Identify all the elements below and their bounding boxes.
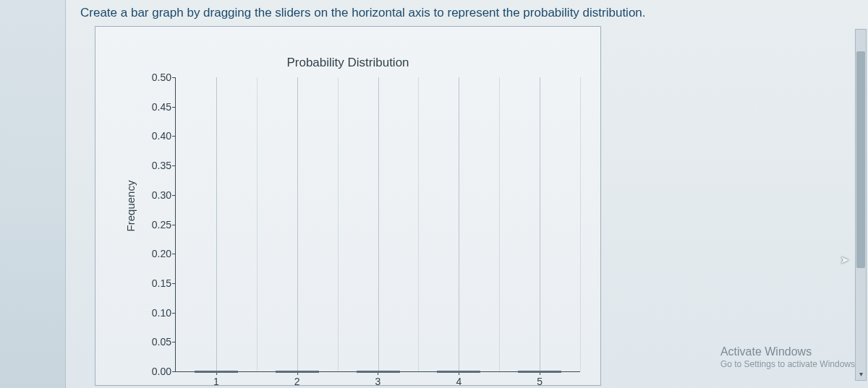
- y-tick: 0.10: [142, 307, 171, 319]
- plot-area: 0.50 0.45 0.40 0.35 0.30 0.25 0.20 0.15 …: [175, 77, 580, 372]
- gridline: [257, 77, 258, 371]
- gridline: [540, 77, 540, 371]
- content-panel: Create a bar graph by dragging the slide…: [65, 0, 868, 388]
- watermark-title: Activate Windows: [720, 345, 855, 358]
- gridline: [418, 77, 419, 371]
- gridline: [338, 77, 339, 371]
- windows-activation-watermark: Activate Windows Go to Settings to activ…: [720, 345, 855, 369]
- y-tick: 0.40: [142, 130, 171, 142]
- y-tick: 0.25: [142, 219, 171, 230]
- y-tick: 0.00: [142, 366, 171, 377]
- cursor-icon: ➤: [840, 253, 849, 267]
- bar-slider-1[interactable]: [195, 371, 238, 373]
- bar-slider-2[interactable]: [276, 371, 319, 373]
- y-axis-label: Frequency: [124, 181, 137, 232]
- y-tick: 0.50: [142, 72, 171, 83]
- gridline: [216, 77, 217, 371]
- gridline: [297, 77, 298, 371]
- y-tick: 0.20: [142, 248, 171, 259]
- x-tick: 4: [456, 376, 461, 387]
- chart-frame: Probability Distribution Frequency 0.50 …: [95, 26, 601, 386]
- bar-slider-5[interactable]: [518, 371, 561, 373]
- x-tick: 2: [294, 376, 300, 387]
- chart-title: Probability Distribution: [95, 56, 600, 70]
- y-tick: 0.15: [142, 277, 171, 289]
- instruction-text: Create a bar graph by dragging the slide…: [80, 6, 854, 20]
- y-tick: 0.45: [142, 101, 171, 113]
- x-tick: 3: [375, 376, 381, 387]
- scroll-thumb[interactable]: [856, 51, 865, 268]
- x-tick: 5: [537, 376, 542, 387]
- scroll-down-icon[interactable]: ▾: [856, 368, 866, 380]
- vertical-scrollbar[interactable]: ▾: [855, 29, 867, 381]
- y-tick: 0.35: [142, 160, 171, 171]
- gridline: [499, 77, 500, 371]
- gridline: [459, 77, 459, 371]
- x-tick: 1: [213, 376, 219, 387]
- bar-slider-3[interactable]: [357, 371, 400, 373]
- watermark-sub: Go to Settings to activate Windows: [720, 359, 855, 369]
- gridline: [378, 77, 379, 371]
- y-tick: 0.30: [142, 189, 171, 201]
- gridline: [580, 77, 581, 371]
- bar-slider-4[interactable]: [437, 371, 480, 373]
- y-tick: 0.05: [142, 336, 171, 348]
